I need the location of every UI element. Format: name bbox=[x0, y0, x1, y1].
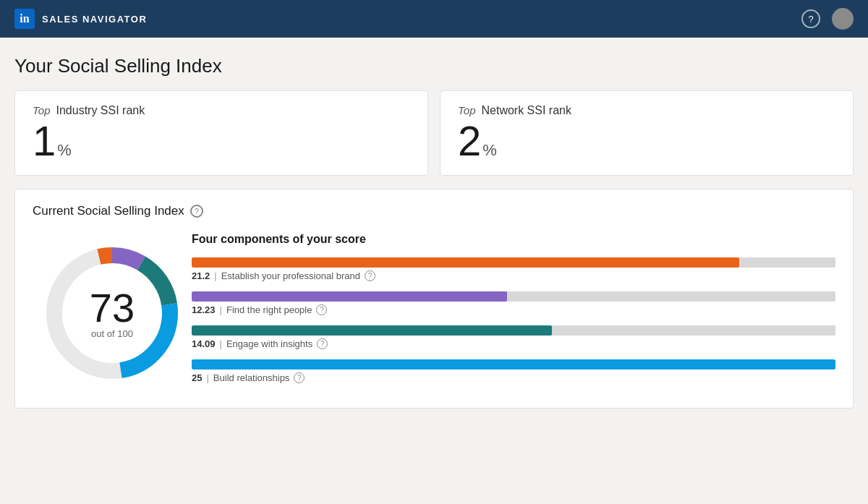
industry-rank-number: 1 bbox=[33, 120, 56, 162]
industry-rank-subtitle: Industry SSI rank bbox=[56, 104, 145, 117]
component-label-relationships: Build relationships bbox=[213, 372, 290, 383]
ssi-info-icon[interactable]: ? bbox=[190, 205, 203, 218]
network-rank-card: Top Network SSI rank 2 % bbox=[440, 90, 854, 176]
header-right: ? bbox=[801, 8, 854, 30]
network-rank-value-row: 2 % bbox=[458, 120, 835, 162]
component-bar-track-brand bbox=[192, 257, 835, 268]
component-bar-track-people bbox=[192, 291, 835, 302]
header-left: in SALES NAVIGATOR bbox=[14, 9, 147, 29]
component-bar-fill-insights bbox=[192, 325, 552, 336]
component-meta-relationships: 25 | Build relationships ? bbox=[192, 372, 835, 383]
industry-rank-percent: % bbox=[57, 141, 72, 160]
component-row-insights: 14.09 | Engage with insights ? bbox=[192, 325, 835, 349]
app-title: SALES NAVIGATOR bbox=[42, 14, 147, 25]
component-bar-fill-brand bbox=[192, 257, 739, 268]
component-score-brand: 21.2 bbox=[192, 270, 210, 281]
ssi-score-label: out of 100 bbox=[90, 328, 135, 339]
component-bar-fill-relationships bbox=[192, 359, 835, 370]
component-bar-track-relationships bbox=[192, 359, 835, 370]
components-section: Four components of your score 21.2 | Est… bbox=[192, 233, 835, 393]
industry-rank-header: Top Industry SSI rank bbox=[33, 104, 410, 117]
component-label-people: Find the right people bbox=[226, 304, 312, 315]
industry-rank-card: Top Industry SSI rank 1 % bbox=[14, 90, 428, 176]
ssi-section: Current Social Selling Index ? bbox=[14, 189, 854, 409]
network-rank-header: Top Network SSI rank bbox=[458, 104, 835, 117]
network-top-label: Top bbox=[458, 104, 475, 116]
network-rank-number: 2 bbox=[458, 120, 481, 162]
component-score-relationships: 25 bbox=[192, 372, 202, 383]
industry-top-label: Top bbox=[33, 104, 50, 116]
component-info-icon-brand[interactable]: ? bbox=[365, 270, 375, 281]
ssi-content: 73 out of 100 Four components of your sc… bbox=[33, 233, 835, 393]
rank-cards-container: Top Industry SSI rank 1 % Top Network SS… bbox=[14, 90, 854, 176]
page-title: Your Social Selling Index bbox=[14, 55, 854, 77]
industry-rank-value-row: 1 % bbox=[33, 120, 410, 162]
component-label-insights: Engage with insights bbox=[226, 338, 312, 349]
component-bar-fill-people bbox=[192, 291, 507, 302]
component-row-brand: 21.2 | Establish your professional brand… bbox=[192, 257, 835, 281]
ssi-score: 73 bbox=[90, 288, 135, 328]
component-meta-brand: 21.2 | Establish your professional brand… bbox=[192, 270, 835, 281]
donut-chart: 73 out of 100 bbox=[33, 234, 192, 393]
component-info-icon-people[interactable]: ? bbox=[316, 304, 327, 315]
component-info-icon-insights[interactable]: ? bbox=[317, 338, 328, 349]
component-label-brand: Establish your professional brand bbox=[221, 270, 360, 281]
main-content: Your Social Selling Index Top Industry S… bbox=[0, 38, 868, 426]
ssi-header: Current Social Selling Index ? bbox=[33, 204, 835, 218]
component-row-relationships: 25 | Build relationships ? bbox=[192, 359, 835, 383]
component-score-people: 12.23 bbox=[192, 304, 216, 315]
components-title: Four components of your score bbox=[192, 233, 835, 246]
component-info-icon-relationships[interactable]: ? bbox=[294, 372, 305, 383]
component-meta-insights: 14.09 | Engage with insights ? bbox=[192, 338, 835, 349]
donut-center-score: 73 out of 100 bbox=[90, 288, 135, 339]
component-bar-track-insights bbox=[192, 325, 835, 336]
help-icon[interactable]: ? bbox=[801, 9, 820, 28]
network-rank-percent: % bbox=[482, 141, 497, 160]
ssi-title: Current Social Selling Index bbox=[33, 204, 184, 218]
component-row-people: 12.23 | Find the right people ? bbox=[192, 291, 835, 315]
component-score-insights: 14.09 bbox=[192, 338, 216, 349]
linkedin-logo-icon: in bbox=[14, 9, 35, 29]
component-meta-people: 12.23 | Find the right people ? bbox=[192, 304, 835, 315]
app-header: in SALES NAVIGATOR ? bbox=[0, 0, 868, 38]
network-rank-subtitle: Network SSI rank bbox=[481, 104, 571, 117]
avatar[interactable] bbox=[832, 8, 854, 30]
